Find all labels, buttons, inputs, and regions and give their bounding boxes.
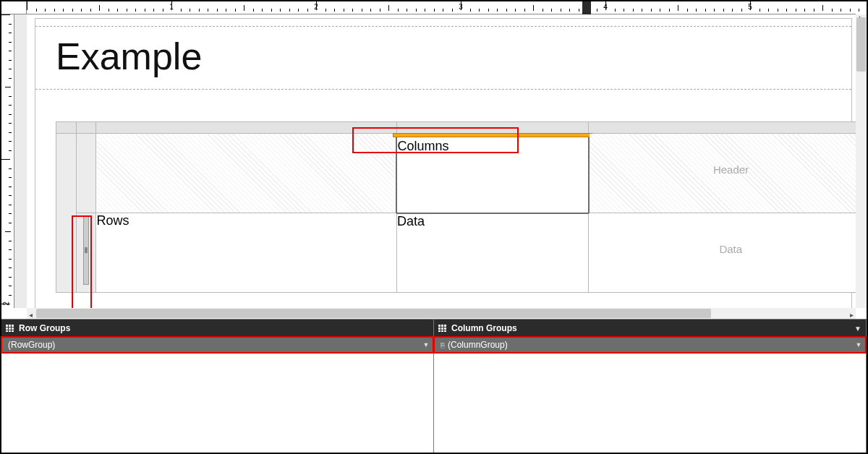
- grouping-pane: Row Groups (RowGroup) ▼ Column Groups ▼ …: [1, 319, 867, 453]
- data-label: Data: [397, 214, 425, 228]
- ruler-horizontal[interactable]: 12345: [27, 1, 856, 14]
- row-group-item-row: (RowGroup) ▼: [1, 337, 433, 353]
- design-gutter: [14, 14, 27, 308]
- ruler-corner: [1, 1, 27, 14]
- ruler-vertical[interactable]: 2: [1, 14, 14, 308]
- chevron-down-icon[interactable]: ▼: [852, 341, 865, 348]
- column-group-indicator: [393, 133, 592, 137]
- tablix-row-handle-1[interactable]: [76, 134, 96, 213]
- design-canvas[interactable]: Example: [27, 14, 856, 308]
- column-groups-header[interactable]: Column Groups ▼: [434, 320, 866, 337]
- tablix-row-handle-2[interactable]: [76, 213, 96, 293]
- scroll-left-arrow-icon[interactable]: [27, 307, 35, 320]
- grid-icon: [6, 325, 14, 332]
- scrollbar-h-thumb[interactable]: [36, 309, 711, 318]
- data-placeholder-cell[interactable]: Data: [589, 213, 856, 293]
- row-groups-title: Row Groups: [19, 323, 70, 333]
- column-groups-title: Column Groups: [451, 323, 517, 333]
- tablix-row-handle-area[interactable]: [56, 134, 77, 293]
- column-groups-panel: Column Groups ▼ ⎘ (ColumnGroup) ▼: [434, 319, 867, 453]
- report-title-textbox[interactable]: Example: [56, 35, 202, 78]
- row-group-item[interactable]: (RowGroup) ▼: [1, 337, 433, 353]
- scrollbar-vertical[interactable]: [856, 14, 867, 308]
- column-group-item-label: (ColumnGroup): [448, 340, 508, 350]
- data-cell[interactable]: Data: [396, 213, 589, 293]
- scroll-right-arrow-icon[interactable]: [848, 307, 856, 320]
- column-groups-body[interactable]: [434, 353, 866, 453]
- column-group-item-row: ⎘ (ColumnGroup) ▼: [434, 337, 866, 353]
- ruler-h-ticks: 12345: [27, 1, 856, 14]
- report-body[interactable]: Example: [35, 19, 851, 308]
- columns-label: Columns: [397, 139, 448, 153]
- row-groups-body[interactable]: [1, 353, 433, 453]
- row-group-cell[interactable]: Rows: [96, 213, 397, 293]
- report-designer-frame: 12345 2 Example: [0, 0, 868, 454]
- data-placeholder-text: Data: [589, 213, 856, 286]
- link-icon: ⎘: [441, 341, 445, 349]
- header-placeholder-text: Header: [590, 134, 856, 206]
- rows-label: Rows: [96, 213, 129, 228]
- chevron-down-icon[interactable]: ▼: [854, 325, 861, 333]
- row-groups-header[interactable]: Row Groups: [1, 320, 433, 337]
- ruler-marker[interactable]: [582, 1, 591, 14]
- grid-icon: [438, 325, 447, 332]
- scrollbar-h-track[interactable]: [35, 308, 848, 319]
- tablix-col-handle-3[interactable]: [396, 122, 589, 134]
- tablix-corner-cell[interactable]: [96, 134, 397, 213]
- tablix-col-handle-4[interactable]: [589, 122, 856, 134]
- chevron-down-icon[interactable]: ▼: [420, 341, 433, 348]
- tablix-col-handle-1[interactable]: [76, 122, 96, 134]
- scrollbar-horizontal[interactable]: [27, 308, 856, 319]
- scrollbar-v-thumb[interactable]: [856, 17, 866, 72]
- tablix-corner-handle[interactable]: [56, 122, 77, 134]
- row-groups-panel: Row Groups (RowGroup) ▼: [1, 319, 434, 453]
- column-group-item[interactable]: ⎘ (ColumnGroup) ▼: [434, 337, 866, 353]
- tablix-col-handle-2[interactable]: [96, 122, 397, 134]
- header-placeholder-cell[interactable]: Header: [589, 134, 856, 213]
- tablix-region[interactable]: Columns Header Rows: [56, 121, 856, 293]
- column-group-header-cell[interactable]: Columns: [396, 134, 589, 213]
- row-group-item-label: (RowGroup): [8, 340, 55, 350]
- row-group-indicator-bar[interactable]: [83, 216, 89, 285]
